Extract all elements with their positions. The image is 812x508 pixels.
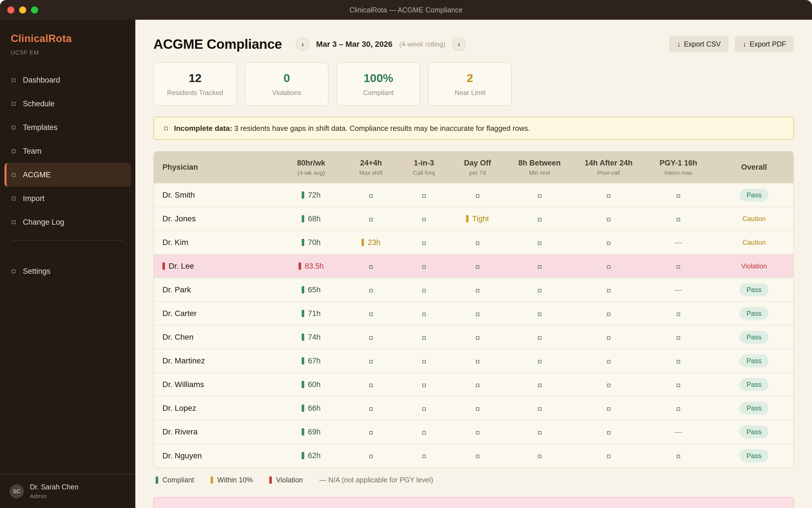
check-icon [369,431,373,434]
zoom-button[interactable] [31,6,38,13]
metric-cell [450,373,505,396]
status-bar-icon [361,239,364,246]
sidebar-item-label: Change Log [23,218,64,227]
metric-cell [398,373,450,396]
overall-cell: Pass [714,444,794,467]
na-dash: — [675,238,682,247]
download-icon: ↓ [677,40,681,48]
legend-label: Within 10% [217,476,253,484]
sidebar-item-acgme[interactable]: ACGME [4,163,131,186]
sidebar-item-import[interactable]: Import [4,186,131,210]
legend-item: Violation [269,476,303,484]
check-icon [538,384,541,387]
column-sublabel: Min rest [505,169,574,176]
sidebar-item-schedule[interactable]: Schedule [4,92,131,116]
check-icon [607,431,610,434]
sidebar-secondary-nav: Settings [0,259,135,283]
check-icon [422,218,426,221]
metric-cell [574,373,643,396]
metric-warning-text: 23h [368,238,380,247]
weekly-hours-cell: 67h [278,349,344,373]
check-icon [476,360,479,364]
overall-badge: Pass [739,402,769,415]
export-csv-button[interactable]: ↓ Export CSV [669,36,729,52]
sidebar-item-label: Import [23,194,45,203]
warning-text: Incomplete data: 3 residents have gaps i… [174,124,530,133]
check-icon [476,194,479,198]
physician-name: Dr. Lee [169,262,194,270]
overall-badge: Pass [739,307,769,320]
metric-cell [643,396,714,420]
column-header: 24+4hMax shift [344,152,398,183]
date-range-note: (4-week rolling) [399,40,445,48]
org-label: UCSF EM [11,49,126,56]
sidebar-item-dashboard[interactable]: Dashboard [4,68,131,92]
close-button[interactable] [7,6,14,13]
legend-swatch-icon [211,476,213,484]
user-panel[interactable]: SC Dr. Sarah Chen Admin [0,474,135,508]
sidebar-item-team[interactable]: Team [4,139,131,163]
settings-icon [12,269,15,273]
check-icon [607,313,610,316]
sidebar: ClinicalRota UCSF EM DashboardScheduleTe… [0,20,135,508]
metric-cell [643,325,714,349]
check-icon [607,336,610,340]
metric-cell [505,349,574,373]
app-logo: ClinicalRota [11,33,126,45]
status-bar-icon [302,334,304,341]
overall-cell: Pass [714,420,794,444]
sidebar-item-settings[interactable]: Settings [4,259,131,283]
stats-row: 12Residents Tracked0Violations100%Compli… [154,62,794,106]
check-icon [476,455,479,458]
check-icon [677,265,680,269]
prev-period-button[interactable]: ‹ [296,38,309,51]
minimize-button[interactable] [19,6,26,13]
metric-cell [643,207,714,230]
column-header: PGY-1 16hIntern max [643,152,714,183]
metric-cell: — [643,420,714,444]
hours-value: 68h [308,215,320,223]
metric-cell [505,373,574,396]
sidebar-item-label: Templates [23,123,57,132]
metric-cell [450,183,505,207]
table-row: Dr. Chen74hPass [154,325,794,349]
export-csv-label: Export CSV [684,40,721,48]
table-row: Dr. Park65h—Pass [154,278,794,302]
legend-swatch-icon [269,476,272,484]
overall-cell: Pass [714,183,794,207]
status-bar-icon [302,239,304,246]
check-icon [607,242,610,245]
next-period-button[interactable]: › [452,38,466,51]
sidebar-item-templates[interactable]: Templates [4,116,131,139]
metric-cell [574,302,643,325]
check-icon [677,336,680,340]
metric-cell [450,278,505,302]
date-range-nav: ‹ Mar 3 – Mar 30, 2026 (4-week rolling) … [296,38,466,51]
stat-value: 100% [364,72,393,85]
check-icon [607,265,610,269]
page-header: ACGME Compliance ‹ Mar 3 – Mar 30, 2026 … [154,36,794,52]
sidebar-item-label: Team [23,147,41,156]
compliance-table-container: Physician80hr/wk(4-wk avg)24+4hMax shift… [154,151,794,468]
column-label: 14h After 24h [574,159,643,167]
check-icon [476,407,479,411]
metric-cell [450,254,505,278]
window-title: ClinicalRota — ACGME Compliance [349,6,463,14]
overall-cell: Caution [714,230,794,254]
check-icon [607,289,610,292]
export-pdf-button[interactable]: ↓ Export PDF [735,36,794,52]
status-bar-icon [302,215,304,222]
sidebar-item-change-log[interactable]: Change Log [4,210,131,234]
physician-cell: Dr. Williams [154,373,278,396]
column-header: Overall [714,152,794,183]
check-icon [422,431,426,434]
metric-cell [505,254,574,278]
check-icon [476,289,479,292]
column-label: Physician [162,163,278,172]
column-header: 80hr/wk(4-wk avg) [278,152,344,183]
metric-cell [505,420,574,444]
check-icon [538,194,541,198]
legend-label: — N/A (not applicable for PGY level) [319,476,433,484]
hours-value: 69h [308,428,320,436]
physician-name: Dr. Martinez [162,356,205,365]
